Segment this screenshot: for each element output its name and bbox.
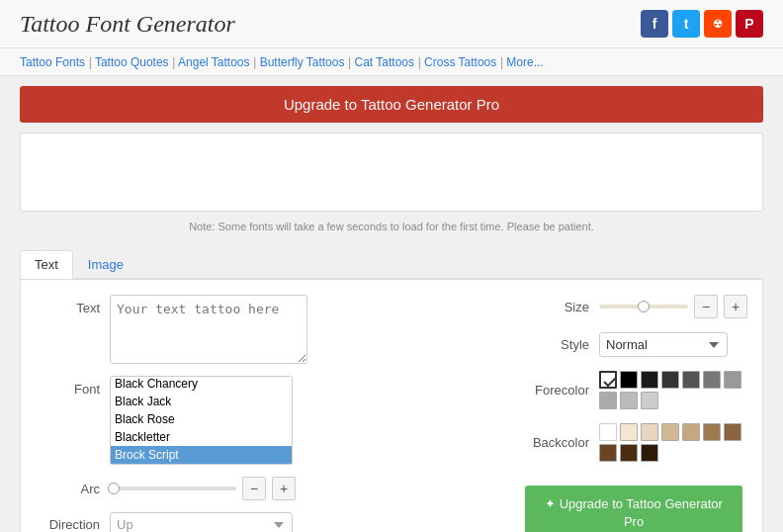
backcolor-label: Backcolor (525, 435, 589, 450)
twitter-icon[interactable]: t (672, 10, 700, 38)
size-row: Size − + (525, 295, 742, 318)
reddit-icon[interactable]: ☢ (704, 10, 732, 38)
size-minus-button[interactable]: − (694, 295, 718, 318)
facebook-icon[interactable]: f (641, 10, 668, 38)
forecolor-swatch[interactable] (599, 371, 617, 389)
text-label: Text (41, 295, 100, 315)
forecolor-label: Forecolor (525, 383, 589, 398)
site-title: Tattoo Font Generator (20, 11, 235, 38)
nav-cat-tattoos[interactable]: Cat Tattoos (355, 55, 414, 69)
direction-row: Direction Up Down Left Right (41, 512, 505, 532)
font-list-container: Bilbo Black Chancery Black Jack Black Ro… (110, 376, 293, 465)
nav-more[interactable]: More... (506, 55, 543, 69)
arc-slider[interactable] (108, 487, 236, 490)
forecolor-row: Forecolor (525, 371, 742, 409)
right-col: Size − + Style Normal Bold Italic Bold I… (525, 295, 742, 532)
size-plus-button[interactable]: + (724, 295, 747, 318)
text-row: Text (41, 295, 505, 364)
backcolor-swatch[interactable] (599, 444, 617, 462)
note-text: Note: Some fonts will take a few seconds… (0, 217, 783, 242)
size-slider[interactable] (599, 305, 688, 309)
pinterest-icon[interactable]: P (736, 10, 763, 38)
forecolor-swatch[interactable] (641, 371, 658, 389)
backcolor-swatch[interactable] (620, 444, 638, 462)
upgrade-banner[interactable]: Upgrade to Tattoo Generator Pro (20, 86, 763, 123)
forecolor-swatch[interactable] (661, 371, 679, 389)
backcolor-swatch[interactable] (599, 423, 617, 441)
forecolor-swatch[interactable] (682, 371, 700, 389)
tab-image[interactable]: Image (73, 250, 138, 278)
social-icons: f t ☢ P (641, 10, 763, 38)
nav-tattoo-quotes[interactable]: Tattoo Quotes (95, 55, 169, 69)
style-row: Style Normal Bold Italic Bold Italic (525, 332, 742, 357)
arc-row: Arc − + (41, 477, 505, 500)
font-select[interactable]: Bilbo Black Chancery Black Jack Black Ro… (110, 376, 293, 465)
main-content: Text Font Bilbo Black Chancery Black Jac… (20, 279, 763, 532)
text-input[interactable] (110, 295, 307, 364)
forecolor-swatch[interactable] (724, 371, 741, 389)
nav-angel-tattoos[interactable]: Angel Tattoos (178, 55, 250, 69)
forecolor-swatch[interactable] (599, 392, 617, 409)
forecolor-swatch[interactable] (641, 392, 658, 409)
size-label: Size (525, 300, 589, 314)
preview-area (20, 133, 763, 212)
upgrade-green-button[interactable]: ✦ Upgrade to Tattoo Generator Pro and yo… (525, 486, 742, 532)
forecolor-swatch[interactable] (620, 371, 638, 389)
font-row: Font Bilbo Black Chancery Black Jack Bla… (41, 376, 505, 465)
nav-butterfly-tattoos[interactable]: Butterfly Tattoos (260, 55, 345, 69)
size-control: − + (599, 295, 747, 318)
nav-tattoo-fonts[interactable]: Tattoo Fonts (20, 55, 85, 69)
backcolor-swatch[interactable] (682, 423, 700, 441)
left-col: Text Font Bilbo Black Chancery Black Jac… (41, 295, 505, 532)
backcolor-swatch[interactable] (641, 444, 658, 462)
upgrade-green-label: ✦ Upgrade to Tattoo Generator Pro (545, 496, 723, 529)
forecolor-swatch[interactable] (703, 371, 721, 389)
style-label: Style (525, 337, 589, 352)
nav-cross-tattoos[interactable]: Cross Tattoos (424, 55, 496, 69)
backcolor-swatch[interactable] (661, 423, 679, 441)
backcolor-swatch[interactable] (641, 423, 658, 441)
nav-bar: Tattoo Fonts | Tattoo Quotes | Angel Tat… (0, 48, 783, 76)
arc-minus-button[interactable]: − (242, 477, 266, 500)
direction-select[interactable]: Up Down Left Right (110, 512, 293, 532)
direction-label: Direction (41, 517, 100, 532)
arc-label: Arc (41, 482, 100, 496)
forecolor-swatch[interactable] (620, 392, 638, 409)
font-label: Font (41, 376, 100, 397)
backcolor-swatch[interactable] (703, 423, 721, 441)
style-select[interactable]: Normal Bold Italic Bold Italic (599, 332, 728, 357)
forecolor-swatches (599, 371, 742, 409)
tab-text[interactable]: Text (20, 250, 73, 279)
backcolor-row: Backcolor (525, 423, 742, 462)
backcolor-swatch[interactable] (620, 423, 638, 441)
tabs: Text Image (20, 250, 763, 279)
backcolor-swatch[interactable] (724, 423, 741, 441)
arc-plus-button[interactable]: + (272, 477, 296, 500)
header: Tattoo Font Generator f t ☢ P (0, 0, 783, 48)
backcolor-swatches (599, 423, 742, 462)
arc-slider-container: − + (108, 477, 296, 500)
